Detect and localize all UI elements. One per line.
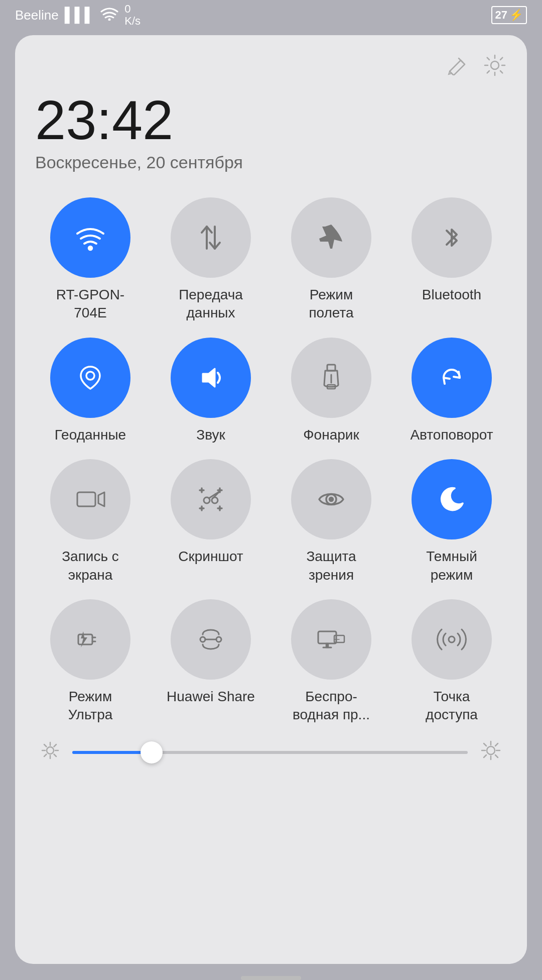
svg-marker-11 [98,492,104,506]
svg-rect-7 [327,365,335,371]
svg-point-25 [329,497,333,501]
svg-line-54 [495,743,498,746]
battery-indicator: 27 ⚡ [491,6,527,24]
status-bar: Beeline ▌▌▌ 0 K/s 27 ⚡ [0,0,542,30]
tile-wifi[interactable]: RT-GPON-704E [35,197,146,322]
tile-data[interactable]: Передачаданных [156,197,266,322]
tile-flashlight[interactable]: Фонарик [276,338,386,444]
wireless-tile-label: Беспро-водная пр... [293,688,370,724]
brightness-fill [72,751,152,754]
tile-autorotate[interactable]: Автоповорот [396,338,507,444]
darkmode-tile-label: Темныйрежим [426,548,477,584]
flashlight-tile-label: Фонарик [303,426,359,444]
tile-bluetooth[interactable]: Bluetooth [396,197,507,322]
wifi-tile-icon [50,197,130,278]
wifi-tile-label: RT-GPON-704E [56,286,124,322]
sound-tile-label: Звук [196,426,225,444]
settings-icon[interactable] [483,53,507,82]
date-display: Воскресенье, 20 сентября [35,153,507,172]
darkmode-tile-icon [412,459,492,539]
hotspot-tile-label: Точкадоступа [426,688,478,724]
quick-settings-panel: 23:42 Воскресенье, 20 сентября RT-GPON-7… [15,35,527,964]
svg-line-53 [495,755,498,757]
svg-point-38 [47,747,54,754]
huaweishare-tile-icon [171,599,251,680]
carrier-name: Beeline [15,8,59,23]
huaweishare-tile-label: Huawei Share [167,688,255,706]
screenshot-tile-icon [171,459,251,539]
airplane-tile-label: Режимполета [309,286,353,322]
screenrecord-tile-icon [50,459,130,539]
svg-line-55 [484,755,486,757]
svg-point-1 [491,61,499,69]
quick-tiles-grid: RT-GPON-704E Передачаданных Режимполе [35,197,507,724]
bluetooth-tile-label: Bluetooth [422,286,481,304]
panel-header [35,53,507,82]
brightness-slider[interactable] [72,751,468,754]
brightness-control[interactable] [35,739,507,766]
screenshot-tile-label: Скриншот [178,548,243,566]
svg-line-43 [44,744,47,747]
network-speed: 0 K/s [124,3,141,27]
svg-point-47 [487,746,495,754]
status-left: Beeline ▌▌▌ 0 K/s [15,3,141,27]
data-tile-label: Передачаданных [179,286,243,322]
tile-ultramode[interactable]: РежимУльтра [35,599,146,724]
tile-sound[interactable]: Звук [156,338,266,444]
svg-point-37 [449,636,455,642]
autorotate-tile-label: Автоповорот [410,426,493,444]
tile-hotspot[interactable]: Точкадоступа [396,599,507,724]
tile-darkmode[interactable]: Темныйрежим [396,459,507,584]
brightness-high-icon [480,739,502,766]
eyeprotect-tile-icon [291,459,371,539]
svg-line-44 [54,754,57,756]
tile-wireless[interactable]: Беспро-водная пр... [276,599,386,724]
tile-screenrecord[interactable]: Запись сэкрана [35,459,146,584]
charging-icon: ⚡ [509,9,523,22]
tile-screenshot[interactable]: Скриншот [156,459,266,584]
tile-geodata[interactable]: Геоданные [35,338,146,444]
tile-huaweishare[interactable]: Huawei Share [156,599,266,724]
edit-icon[interactable] [446,53,468,82]
svg-rect-32 [318,631,336,643]
autorotate-tile-icon [412,338,492,418]
svg-point-2 [88,246,92,250]
clock-display: 23:42 [35,92,507,148]
wifi-icon [100,7,118,24]
hotspot-tile-icon [412,599,492,680]
battery-percent: 27 [495,9,507,22]
status-right: 27 ⚡ [491,6,527,24]
svg-point-5 [86,372,94,380]
ultramode-tile-label: РежимУльтра [68,688,113,724]
handle-bar [241,976,301,980]
tile-eyeprotect[interactable]: Защитазрения [276,459,386,584]
svg-line-46 [44,754,47,756]
flashlight-tile-icon [291,338,371,418]
brightness-thumb[interactable] [141,741,163,764]
screenrecord-tile-label: Запись сэкрана [62,548,119,584]
signal-bars: ▌▌▌ [65,7,95,23]
svg-marker-6 [203,369,215,387]
tile-airplane[interactable]: Режимполета [276,197,386,322]
airplane-tile-icon [291,197,371,278]
svg-rect-10 [77,492,95,506]
wireless-tile-icon [291,599,371,680]
sound-tile-icon [171,338,251,418]
eyeprotect-tile-label: Защитазрения [306,548,356,584]
svg-point-0 [108,18,111,21]
svg-line-52 [484,743,486,746]
data-tile-icon [171,197,251,278]
ultramode-tile-icon [50,599,130,680]
brightness-low-icon [40,740,60,765]
geodata-tile-label: Геоданные [55,426,126,444]
bottom-handle [241,976,301,980]
svg-line-45 [54,744,57,747]
bluetooth-tile-icon [412,197,492,278]
geodata-tile-icon [50,338,130,418]
